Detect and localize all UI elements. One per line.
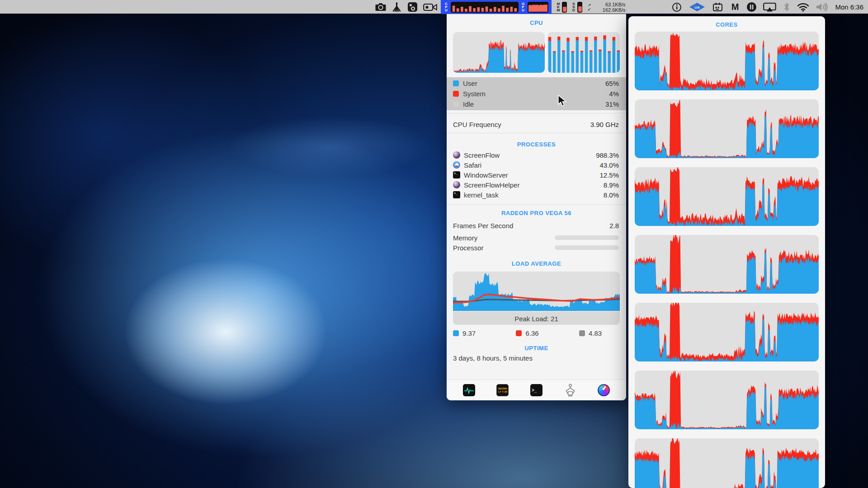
desktop: CPU GPU MEM SSD ↗↙ 63.1KB/s 162.6KB/s (0, 0, 868, 488)
malwarebytes-icon[interactable]: M (730, 0, 740, 14)
bluetooth-icon[interactable] (783, 0, 790, 14)
gpu-processor-bar (555, 245, 619, 250)
gpu-widget-label: GPU (521, 2, 525, 12)
load-5min-legend: 6.36 (516, 329, 579, 337)
cpu-frequency-row[interactable]: CPU Frequency 3.90 GHz (447, 118, 626, 130)
system-color-swatch (453, 91, 459, 97)
user-color-swatch (453, 80, 459, 86)
kernel-task-app-icon (453, 191, 460, 198)
mouse-cursor (557, 95, 568, 108)
screenflow-app-icon (453, 151, 460, 159)
core-graph-6 (635, 371, 819, 429)
peak-load-label: Peak Load: 21 (453, 312, 620, 325)
process-row[interactable]: ScreenFlow 988.3% (453, 150, 619, 160)
cpu-system-row[interactable]: System 4% (447, 89, 626, 99)
gpu-memory-row[interactable]: Memory (447, 233, 626, 243)
volume-icon[interactable] (816, 0, 828, 14)
load-average-legend: 9.37 6.36 4.83 (447, 329, 626, 337)
istat-cpu-dropdown-panel: CPU User 65% System 4% Idle 31% (447, 14, 626, 400)
core-graph-3 (635, 167, 819, 226)
processes-section-title: PROCESSES (447, 141, 626, 149)
fps-row[interactable]: Frames Per Second 2.8 (447, 220, 626, 231)
panel-toolbar: WARN! LY 7:36 >_ (447, 380, 626, 400)
process-row[interactable]: ScreenFlowHelper 8.9% (453, 180, 619, 190)
cores-section-title: CORES (628, 20, 825, 29)
ua-diamond-icon[interactable]: UA (689, 0, 705, 14)
gpu-memory-bar (555, 235, 619, 240)
network-arrows-icon: ↗↙ (588, 3, 591, 11)
load-15min-legend: 4.83 (579, 329, 619, 337)
mem-meter (562, 2, 567, 13)
istat-network-menubar-widget[interactable]: ↗↙ 63.1KB/s 162.6KB/s (588, 2, 626, 13)
duster-icon[interactable] (392, 0, 401, 14)
network-download-speed: 162.6KB/s (603, 7, 626, 13)
gpu-section-title: RADEON PRO VEGA 56 (447, 209, 626, 217)
idle-color-swatch (453, 101, 459, 107)
istat-cpu-gpu-menubar-widget[interactable]: CPU GPU (441, 0, 552, 14)
wifi-icon[interactable] (797, 0, 809, 14)
core-graph-1 (635, 32, 819, 90)
menu-bar: CPU GPU MEM SSD ↗↙ 63.1KB/s 162.6KB/s (0, 0, 868, 14)
gpu-processor-row[interactable]: Processor (447, 243, 626, 253)
info-icon[interactable] (672, 0, 682, 14)
core-graph-2 (635, 99, 819, 158)
cpu-user-row[interactable]: User 65% (447, 78, 626, 89)
calendar-icon[interactable] (712, 0, 723, 14)
screenflowhelper-app-icon (453, 181, 460, 188)
istat-ssd-menubar-widget[interactable]: SSD (571, 0, 582, 14)
istat-gauge-icon[interactable] (598, 384, 610, 397)
core-graph-4 (635, 235, 819, 294)
airplay-display-icon[interactable] (763, 0, 776, 14)
safari-app-icon (453, 161, 460, 169)
load-average-section-title: LOAD AVERAGE (447, 260, 626, 268)
uptime-section-title: UPTIME (447, 344, 626, 352)
cpu-section-title: CPU (447, 19, 626, 28)
cpu-menubar-graph (451, 2, 519, 13)
warning-console-icon[interactable]: WARN! LY 7:36 (496, 384, 509, 397)
camera-icon[interactable] (375, 0, 386, 14)
uptime-value: 3 days, 8 hours, 5 minutes (447, 354, 626, 362)
svg-text:M: M (731, 2, 739, 12)
cpu-widget-label: CPU (444, 2, 448, 12)
load-1min-legend: 9.37 (453, 329, 516, 337)
mem-widget-label: MEM (556, 2, 561, 12)
core-graph-5 (635, 303, 819, 361)
terminal-icon[interactable]: >_ (530, 384, 542, 397)
load-average-graph: Peak Load: 21 (453, 272, 620, 325)
camcorder-icon[interactable] (423, 0, 437, 14)
svg-text:UA: UA (695, 5, 700, 9)
istat-mem-menubar-widget[interactable]: MEM (556, 0, 567, 14)
menu-bar-clock[interactable]: Mon 6:36 (835, 3, 863, 11)
pause-circle-icon[interactable] (746, 0, 757, 14)
gpu-menubar-graph (528, 2, 548, 13)
domino-icon[interactable] (407, 0, 418, 14)
ssd-widget-label: SSD (571, 2, 576, 12)
process-row[interactable]: kernel_task 8.0% (453, 190, 619, 200)
process-row[interactable]: Safari 43.0% (453, 160, 619, 170)
cpu-usage-summary[interactable]: User 65% System 4% Idle 31% (447, 77, 626, 110)
claw-grabber-icon[interactable] (564, 384, 576, 397)
core-graph-7 (635, 438, 819, 488)
windowserver-app-icon (453, 171, 460, 178)
cores-panel: CORES (628, 16, 825, 488)
cpu-per-core-bar-graph (547, 32, 620, 73)
cpu-idle-row[interactable]: Idle 31% (447, 99, 626, 109)
network-upload-speed: 63.1KB/s (605, 2, 626, 7)
activity-monitor-icon[interactable] (462, 384, 475, 397)
cpu-history-graph (453, 32, 545, 73)
process-row[interactable]: WindowServer 12.5% (453, 170, 619, 180)
ssd-meter (577, 2, 582, 13)
